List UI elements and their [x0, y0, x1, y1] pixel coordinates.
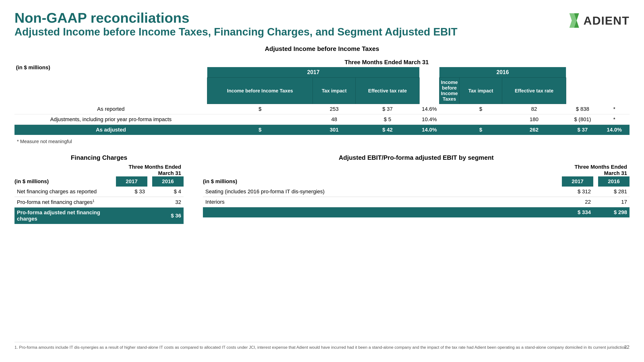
row-2016-col2: $ (801): [566, 114, 599, 125]
row-2017-col1: 253: [313, 104, 356, 114]
row-2017-col1: 48: [313, 114, 356, 125]
row-2016-col3: *: [599, 114, 630, 125]
logo: ADIENT: [567, 12, 630, 29]
row-2016-col2: $ 37: [566, 125, 599, 135]
row-dollar: [207, 114, 313, 125]
adjusted-ebit-title: Adjusted EBIT/Pro-forma adjusted EBIT by…: [203, 154, 630, 161]
financing-2017-val: [116, 197, 147, 208]
footnote-text: 1. Pro-forma amounts include IT dis-syne…: [14, 345, 628, 350]
year-2016-header: 2016: [440, 67, 566, 78]
adient-chevron-icon: [567, 12, 582, 29]
col-tax-2017: Tax impact: [313, 78, 356, 104]
row-2017-col3: 14.6%: [419, 104, 439, 114]
measure-note: * Measure not meaningful: [14, 139, 630, 144]
col-tax-2016: Tax impact: [460, 78, 502, 104]
financing-label: Pro-forma adjusted net financing charges: [14, 208, 116, 224]
financing-row: Pro-forma adjusted net financing charges…: [14, 208, 184, 224]
financing-period-label: Three Months Ended: [14, 164, 181, 170]
table-row: As adjusted $ 301 $ 42 14.0% $ 262 $ 37 …: [14, 125, 630, 135]
spacer: [419, 67, 439, 78]
ebit-2016-val: $ 281: [598, 187, 630, 197]
table-row: Adjustments, including prior year pro-fo…: [14, 114, 630, 125]
row-2016-dollar: [460, 114, 502, 125]
row-2016-col3: 14.0%: [599, 125, 630, 135]
row-2016-dollar: $: [460, 104, 502, 114]
financing-label: Net financing charges as reported: [14, 187, 116, 197]
row-2017-col2: $ 42: [356, 125, 419, 135]
logo-text: ADIENT: [583, 14, 630, 27]
financing-2016-val: 32: [152, 197, 184, 208]
row-label: Adjustments, including prior year pro-fo…: [14, 114, 207, 125]
row-label: As adjusted: [14, 125, 207, 135]
header-title-block: Non-GAAP reconciliations Adjusted Income…: [14, 10, 458, 38]
financing-2017-header: 2017: [116, 176, 147, 187]
ebit-2017-val: $ 334: [562, 207, 593, 218]
financing-period-label2: March 31: [14, 170, 181, 176]
row-label: As reported: [14, 104, 207, 114]
ebit-label: [203, 207, 562, 218]
col-income-2017: Income before Income Taxes: [207, 78, 313, 104]
row-dollar: $: [207, 125, 313, 135]
adjusted-income-title: Adjusted Income before Income Taxes: [14, 45, 630, 53]
col-rate-2017: Effective tax rate: [356, 78, 419, 104]
adjusted-ebit-table: (in $ millions) 2017 2016 Seating (inclu…: [203, 176, 630, 217]
page-header: Non-GAAP reconciliations Adjusted Income…: [14, 10, 630, 38]
row-dollar: $: [207, 104, 313, 114]
ebit-label: Interiors: [203, 197, 562, 207]
title-line2: Adjusted Income before Income Taxes, Fin…: [14, 26, 458, 38]
row-2017-col2: $ 37: [356, 104, 419, 114]
financing-row: Pro-forma net financing charges1 32: [14, 197, 184, 208]
row-2017-col2: $ 5: [356, 114, 419, 125]
financing-2016-header: 2016: [152, 176, 184, 187]
financing-charges-section: Financing Charges Three Months Ended Mar…: [14, 154, 184, 224]
financing-2016-val: $ 36: [152, 208, 184, 224]
row-2017-col3: 14.0%: [419, 125, 439, 135]
row-2016-col1: 262: [502, 125, 566, 135]
ebit-period-label2: March 31: [203, 170, 627, 176]
ebit-label: Seating (includes 2016 pro-forma IT dis-…: [203, 187, 562, 197]
financing-row: Net financing charges as reported $ 33 $…: [14, 187, 184, 197]
ebit-row: Seating (includes 2016 pro-forma IT dis-…: [203, 187, 630, 197]
ebit-2017-val: 22: [562, 197, 593, 207]
row-2016-col1: 180: [502, 114, 566, 125]
financing-table: (in $ millions) 2017 2016 Net financing …: [14, 176, 184, 224]
year-2017-header: 2017: [207, 67, 419, 78]
row-2016-col2: $ 838: [566, 104, 599, 114]
row-2017-col1: 301: [313, 125, 356, 135]
ebit-2016-header: 2016: [598, 176, 630, 187]
row-2016-dollar: $: [460, 125, 502, 135]
row-2016-col3: *: [599, 104, 630, 114]
ebit-2016-val: $ 298: [598, 207, 630, 218]
in-millions-label: (in $ millions): [14, 57, 207, 78]
row-2017-col3: 10.4%: [419, 114, 439, 125]
title-line1: Non-GAAP reconciliations: [14, 10, 458, 26]
financing-in-millions: (in $ millions): [14, 176, 116, 187]
financing-label: Pro-forma net financing charges1: [14, 197, 116, 208]
ebit-2017-header: 2017: [562, 176, 593, 187]
adjusted-income-table: (in $ millions) Three Months Ended March…: [14, 57, 630, 135]
page-number: 22: [624, 344, 630, 350]
ebit-row: $ 334 $ 298: [203, 207, 630, 218]
ebit-2017-val: $ 312: [562, 187, 593, 197]
footer-note: 1. Pro-forma amounts include IT dis-syne…: [14, 342, 630, 350]
period-header: Three Months Ended March 31: [207, 57, 566, 67]
col-income-2016: Income before Income Taxes: [440, 78, 460, 104]
financing-2016-val: $ 4: [152, 187, 184, 197]
table-row: As reported $ 253 $ 37 14.6% $ 82 $ 838 …: [14, 104, 630, 114]
financing-2017-val: [116, 208, 147, 224]
col-rate-2016: Effective tax rate: [502, 78, 566, 104]
lower-section: Financing Charges Three Months Ended Mar…: [14, 154, 630, 224]
ebit-row: Interiors 22 17: [203, 197, 630, 207]
ebit-2016-val: 17: [598, 197, 630, 207]
adjusted-ebit-section: Adjusted EBIT/Pro-forma adjusted EBIT by…: [203, 154, 630, 224]
ebit-in-millions: (in $ millions): [203, 176, 562, 187]
financing-2017-val: $ 33: [116, 187, 147, 197]
page: Non-GAAP reconciliations Adjusted Income…: [0, 0, 644, 362]
row-2016-col1: 82: [502, 104, 566, 114]
financing-charges-title: Financing Charges: [14, 154, 184, 161]
ebit-period-label: Three Months Ended: [203, 164, 627, 170]
